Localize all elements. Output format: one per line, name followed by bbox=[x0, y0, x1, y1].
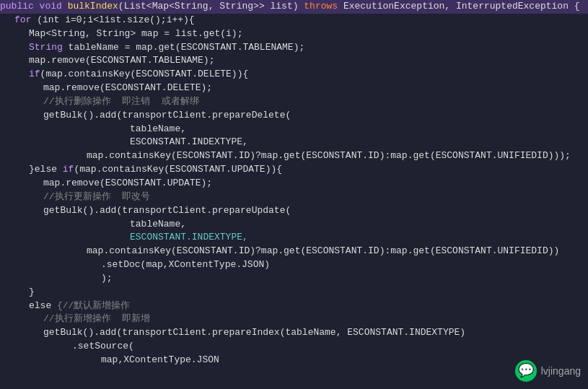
code-token: (map.containsKey(ESCONSTANT.DELETE)){ bbox=[40, 68, 249, 82]
code-line: map.remove(ESCONSTANT.UPDATE); bbox=[0, 177, 588, 191]
code-token: .setDoc(map,XContentType.JSON) bbox=[101, 258, 270, 272]
code-line: //执行新增操作 即新增 bbox=[0, 312, 588, 326]
code-line: map.containsKey(ESCONSTANT.ID)?map.get(E… bbox=[0, 149, 588, 163]
code-token: if bbox=[29, 68, 40, 82]
code-token: ESCONSTANT.INDEXTYPE, bbox=[130, 231, 248, 245]
code-line: if(map.containsKey(ESCONSTANT.DELETE)){ bbox=[0, 68, 588, 82]
code-line: String tableName = map.get(ESCONSTANT.TA… bbox=[0, 41, 588, 55]
code-line: //执行更新操作 即改号 bbox=[0, 191, 588, 204]
code-token: ); bbox=[101, 272, 113, 286]
code-token: Map<String, String> map = list.get(i); bbox=[29, 27, 242, 41]
code-token: (int i=0;i<list.size();i++){ bbox=[31, 14, 194, 27]
code-token: map.remove(ESCONSTANT.UPDATE); bbox=[43, 177, 212, 191]
code-line: else {//默认新增操作 bbox=[0, 300, 588, 313]
code-token: ExecutionException, InterruptedException… bbox=[338, 0, 579, 14]
code-token: //执行更新操作 即改号 bbox=[43, 191, 150, 204]
code-token: map.containsKey(ESCONSTANT.ID)?map.get(E… bbox=[87, 245, 559, 258]
code-line: getBulk().add(transportClient.prepareUpd… bbox=[0, 204, 588, 218]
code-token: .setSource( bbox=[72, 340, 134, 354]
code-line: map.containsKey(ESCONSTANT.ID)?map.get(E… bbox=[0, 245, 588, 258]
code-token: } bbox=[29, 286, 35, 300]
code-token: {//默认新增操作 bbox=[57, 300, 130, 313]
code-token: }else bbox=[29, 163, 63, 177]
code-line: tableName, bbox=[0, 123, 588, 136]
code-token: if bbox=[63, 163, 74, 177]
code-line: getBulk().add(transportClient.prepareInd… bbox=[0, 326, 588, 340]
code-content: public void bulkIndex(List<Map<String, S… bbox=[0, 0, 588, 367]
code-token: tableName = map.get(ESCONSTANT.TABLENAME… bbox=[63, 41, 304, 55]
code-token: map.remove(ESCONSTANT.DELETE); bbox=[43, 82, 212, 95]
code-token: map.remove(ESCONSTANT.TABLENAME); bbox=[29, 54, 214, 68]
code-line: map.remove(ESCONSTANT.TABLENAME); bbox=[0, 54, 588, 68]
code-line: map,XContentType.JSON bbox=[0, 354, 588, 367]
code-line: map.remove(ESCONSTANT.DELETE); bbox=[0, 82, 588, 95]
code-line: getBulk().add(transportClient.prepareDel… bbox=[0, 109, 588, 123]
code-token: throws bbox=[304, 0, 338, 14]
code-token: for bbox=[14, 14, 31, 27]
code-token: map.containsKey(ESCONSTANT.ID)?map.get(E… bbox=[87, 149, 571, 163]
watermark-username: lvjingang bbox=[541, 364, 581, 378]
code-line: Map<String, String> map = list.get(i); bbox=[0, 27, 588, 41]
code-token: map,XContentType.JSON bbox=[101, 354, 219, 367]
code-token: tableName, bbox=[130, 218, 186, 232]
code-line: ESCONSTANT.INDEXTYPE, bbox=[0, 136, 588, 149]
wechat-icon: 💬 bbox=[515, 360, 537, 382]
code-token: (map.containsKey(ESCONSTANT.UPDATE)){ bbox=[74, 163, 282, 177]
code-line: tableName, bbox=[0, 218, 588, 232]
code-token: String bbox=[29, 41, 63, 55]
code-token: getBulk().add(transportClient.prepareDel… bbox=[43, 109, 291, 123]
code-line: }else if(map.containsKey(ESCONSTANT.UPDA… bbox=[0, 163, 588, 177]
code-token: ESCONSTANT.INDEXTYPE, bbox=[130, 136, 248, 149]
code-line: .setDoc(map,XContentType.JSON) bbox=[0, 258, 588, 272]
code-token: //执行删除操作 即注销 或者解绑 bbox=[43, 95, 199, 109]
code-editor: public void bulkIndex(List<Map<String, S… bbox=[0, 0, 588, 389]
code-token: public void bbox=[0, 0, 68, 14]
watermark: 💬 lvjingang bbox=[515, 360, 581, 382]
code-line: .setSource( bbox=[0, 340, 588, 354]
code-line: public void bulkIndex(List<Map<String, S… bbox=[0, 0, 588, 14]
code-token: //执行新增操作 即新增 bbox=[43, 312, 150, 326]
code-token: bulkIndex bbox=[68, 0, 118, 14]
code-token: tableName, bbox=[130, 123, 186, 136]
code-token: getBulk().add(transportClient.prepareInd… bbox=[43, 326, 465, 340]
code-line: for (int i=0;i<list.size();i++){ bbox=[0, 14, 588, 27]
code-line: ); bbox=[0, 272, 588, 286]
code-token: else bbox=[29, 300, 57, 313]
code-token: (List<Map<String, String>> list) bbox=[118, 0, 304, 14]
code-line: ESCONSTANT.INDEXTYPE, bbox=[0, 231, 588, 245]
code-line: } bbox=[0, 286, 588, 300]
code-token: getBulk().add(transportClient.prepareUpd… bbox=[43, 204, 291, 218]
code-line: //执行删除操作 即注销 或者解绑 bbox=[0, 95, 588, 109]
